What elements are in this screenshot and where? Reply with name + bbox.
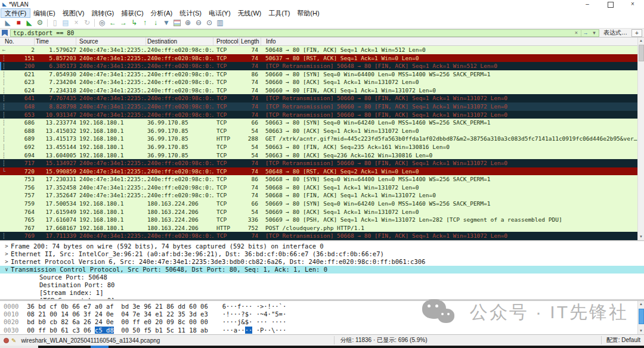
detail-line-5[interactable]: Source Port: 50648	[0, 274, 644, 281]
packet-row-151[interactable]: ┆1515.857203240e:47e:34e1:2235:…240e:ff:…	[0, 54, 637, 63]
capture-comment-icon[interactable]: ✎	[11, 337, 16, 344]
packet-row-765[interactable]: 76517.616074192.168.180.1180.163.224.206…	[0, 216, 637, 224]
detail-line-2[interactable]: >Ethernet II, Src: IntelCor_3e:96:21 (a0…	[0, 250, 644, 258]
menu-item-4[interactable]: 跳转(G)	[88, 9, 117, 17]
apply-filter-icon[interactable]: →	[581, 29, 590, 36]
bookmark-icon[interactable]	[2, 30, 8, 36]
column-header-time[interactable]: Time	[35, 38, 76, 45]
scroll-down-icon[interactable]: ▼	[638, 328, 644, 334]
packet-row-692[interactable]: ┆69213.455144192.168.180.136.99.170.85TC…	[0, 143, 637, 151]
zoom-in-icon[interactable]: ⊕	[182, 18, 193, 28]
expression-button[interactable]: 表达式…	[599, 29, 631, 37]
capture-filename: wireshark_WLAN_20250411160545_a11344.pca…	[21, 337, 160, 344]
capture-start-icon[interactable]: ◣	[2, 18, 13, 28]
packet-row-756[interactable]: 75617.352458240e:47e:34e1:2235:…240e:ff:…	[0, 184, 637, 192]
expander-icon[interactable]: >	[2, 250, 11, 258]
minimize-button-icon[interactable]: –	[576, 0, 599, 8]
menu-item-1[interactable]: 文件(F)	[1, 9, 30, 17]
packet-row-623[interactable]: ┆6237.234204240e:47e:34e1:2235:…240e:ff:…	[0, 78, 637, 86]
go-last-icon[interactable]: ↓	[150, 18, 161, 28]
menu-item-8[interactable]: 电话(Y)	[205, 9, 234, 17]
packet-row-759[interactable]: 75917.500534192.168.180.1180.163.224.206…	[0, 200, 637, 208]
add-filter-button[interactable]: +	[631, 29, 642, 37]
go-forward-icon[interactable]: →	[118, 18, 129, 28]
packet-row-624[interactable]: ┆6247.234318240e:47e:34e1:2235:…240e:ff:…	[0, 86, 637, 95]
capture-restart-icon[interactable]: ◣	[24, 18, 35, 28]
display-filter-input[interactable]: tcp.dstport == 80 ×→▾	[10, 29, 599, 37]
packet-row-200[interactable]: ┆2006.385173240e:47e:34e1:2235:…240e:ff:…	[0, 62, 637, 70]
cell-dst: 180.163.224.206	[146, 224, 213, 232]
profile-status[interactable]: 配置: Default	[601, 336, 644, 344]
expander-icon[interactable]: >	[2, 258, 11, 266]
detail-line-1[interactable]: >Frame 200: 74 bytes on wire (592 bits),…	[0, 243, 644, 250]
open-file-icon[interactable]: ▯	[49, 18, 60, 28]
zoom-reset-icon[interactable]: ⊙	[204, 18, 215, 28]
menu-item-6[interactable]: 分析(A)	[147, 9, 177, 17]
packet-row-689[interactable]: ┆68913.415173192.168.180.136.99.170.85HT…	[0, 135, 637, 143]
menu-item-10[interactable]: 工具(T)	[265, 9, 293, 17]
menu-item-9[interactable]: 无线(W)	[234, 9, 265, 17]
go-to-packet-icon[interactable]: ↳	[129, 18, 140, 28]
expert-info-icon[interactable]	[4, 338, 9, 343]
packet-row-764[interactable]: 76417.615949192.168.180.1180.163.224.206…	[0, 208, 637, 216]
detail-line-6[interactable]: Destination Port: 80	[0, 281, 644, 289]
packet-row-694[interactable]: ┆69413.604005192.168.180.136.99.170.85TC…	[0, 151, 637, 160]
scroll-up-icon[interactable]: ▲	[638, 38, 644, 44]
packet-row-753[interactable]: 75317.230331240e:47e:34e1:2235:…240e:ff:…	[0, 175, 637, 184]
column-header-source[interactable]: Source	[76, 38, 146, 45]
close-file-icon[interactable]: ×	[71, 18, 82, 28]
close-button-icon[interactable]: ×	[621, 0, 644, 8]
hex-row-0000[interactable]: 000036 bd cf 0b 66 e7 a0 af bd 3e 96 21 …	[4, 303, 644, 310]
filter-dropdown-icon[interactable]: ▾	[590, 29, 599, 36]
menu-item-7[interactable]: 统计(S)	[176, 9, 205, 17]
menu-item-5[interactable]: 捕获(C)	[117, 9, 147, 17]
zoom-out-icon[interactable]: ⊖	[193, 18, 204, 28]
save-file-icon[interactable]: ▤	[60, 18, 71, 28]
packet-row-621[interactable]: ┆6217.054930240e:47e:34e1:2235:…240e:ff:…	[0, 70, 637, 79]
scrollbar-thumb[interactable]	[639, 309, 644, 324]
column-header-no[interactable]: No.	[0, 38, 35, 45]
packet-row-767[interactable]: 76717.668167192.168.180.1180.163.224.206…	[0, 224, 637, 232]
scroll-up-icon[interactable]: ▲	[638, 301, 644, 307]
bytes-scrollbar[interactable]: ▲ ▼	[637, 301, 644, 334]
hex-row-0020[interactable]: 0020bd b0 cb 82 6a 26 24 0e 00 ff e0 20 …	[4, 318, 644, 326]
go-first-icon[interactable]: ↑	[140, 18, 150, 28]
packet-row-653[interactable]: ┆65310.931347240e:47e:34e1:2235:…240e:ff…	[0, 111, 637, 119]
column-header-protocol[interactable]: Protocol	[213, 38, 240, 45]
column-header-destination[interactable]: Destination	[146, 38, 213, 45]
packet-row-686[interactable]: ┆68613.233774192.168.180.136.99.170.85TC…	[0, 119, 637, 127]
packet-row-757[interactable]: 75717.352647240e:47e:34e1:2235:…240e:ff:…	[0, 191, 637, 200]
packet-row-2[interactable]: ←21.579627240e:47e:34e1:2235:…240e:ff:e0…	[0, 46, 637, 54]
packet-row-641[interactable]: ┆6417.767435240e:47e:34e1:2235:…240e:ff:…	[0, 94, 637, 102]
packet-row-648[interactable]: ┆6488.828798240e:47e:34e1:2235:…240e:ff:…	[0, 102, 637, 111]
expander-icon[interactable]: ∨	[2, 266, 11, 274]
hex-row-0010[interactable]: 001008 21 00 14 06 3f 24 0e 04 7e 34 e1 …	[4, 310, 644, 318]
capture-options-icon[interactable]: ⚙	[35, 18, 45, 28]
column-header-info[interactable]: Info	[261, 38, 644, 45]
column-header-length[interactable]: Length	[240, 38, 261, 45]
scroll-down-icon[interactable]: ▼	[638, 234, 644, 240]
reload-icon[interactable]: ↻	[82, 18, 92, 28]
detail-line-4[interactable]: ∨Transmission Control Protocol, Src Port…	[0, 266, 644, 274]
go-back-icon[interactable]: ←	[107, 18, 118, 28]
resize-columns-icon[interactable]: ▥	[215, 18, 225, 28]
menu-item-11[interactable]: 帮助(H)	[293, 9, 323, 17]
clear-filter-icon[interactable]: ×	[572, 29, 581, 36]
hex-row-0030[interactable]: 003000 ff b0 61 c3 06 c5 d8 00 50 f5 b1 …	[4, 327, 644, 334]
scrollbar-thumb[interactable]	[639, 45, 644, 61]
capture-stop-icon[interactable]: ■	[13, 18, 24, 28]
detail-line-7[interactable]: [Stream index: 1]	[0, 289, 644, 297]
packet-row-720[interactable]: └72015.990859240e:47e:34e1:2235:…240e:ff…	[0, 167, 637, 176]
expander-icon[interactable]: >	[2, 243, 11, 250]
maximize-button-icon[interactable]	[599, 0, 621, 8]
find-packet-icon[interactable]: ◎	[97, 18, 107, 28]
menu-item-2[interactable]: 编辑(E)	[30, 9, 59, 17]
auto-scroll-icon[interactable]: ▼	[161, 18, 172, 28]
menu-item-3[interactable]: 视图(V)	[59, 9, 88, 17]
detail-line-3[interactable]: >Internet Protocol Version 6, Src: 240e:…	[0, 258, 644, 266]
packet-row-769[interactable]: ┆76917.711339240e:47e:34e1:2235:…240e:ff…	[0, 232, 637, 240]
packet-row-717[interactable]: ┆71715.134927240e:47e:34e1:2235:…240e:ff…	[0, 159, 637, 167]
packet-row-688[interactable]: ┆68813.415032192.168.180.136.99.170.85TC…	[0, 127, 637, 135]
colorize-icon[interactable]	[172, 18, 182, 28]
packet-list-scrollbar[interactable]: ▲ ▼	[637, 38, 644, 240]
